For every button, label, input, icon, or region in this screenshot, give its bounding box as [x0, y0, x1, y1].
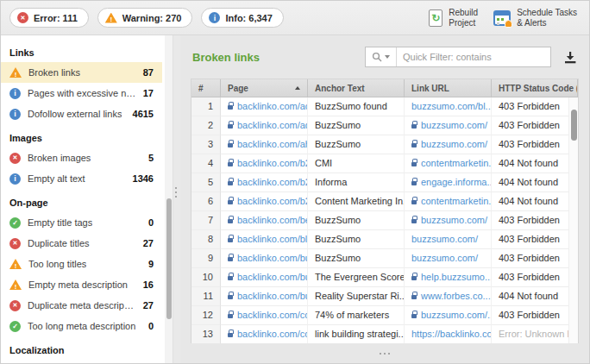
sidebar-item[interactable]: Empty title tags 0	[1, 212, 162, 233]
page-url-cell[interactable]: backlinko.com/b2b...	[221, 154, 308, 173]
row-number-cell: 5	[191, 173, 221, 192]
column-header[interactable]: Page	[221, 79, 308, 97]
table-row[interactable]: 9 backlinko.com/buz... BuzzSumo buzzsumo…	[191, 249, 578, 268]
http-status-cell: 403 Forbidden	[492, 230, 578, 249]
sidebar-item[interactable]: Broken links 87	[1, 62, 162, 83]
table-scrollbar-thumb[interactable]	[571, 110, 577, 141]
table-row[interactable]: 6 backlinko.com/b2b... Content Marketing…	[191, 192, 578, 211]
page-url-cell[interactable]: backlinko.com/bes...	[221, 211, 308, 230]
row-number-cell: 13	[191, 325, 221, 343]
http-status-cell: 404 Not found	[492, 287, 578, 306]
table-row[interactable]: 13 backlinko.com/con... link building st…	[191, 325, 578, 343]
rebuild-project-icon	[429, 9, 442, 27]
page-url-cell[interactable]: backlinko.com/ahr...	[221, 135, 308, 154]
sidebar-item[interactable]: Broken images 5	[1, 147, 162, 168]
anchor-text-cell: BuzzSumo	[308, 116, 405, 135]
issues-sidebar: Links Broken links 87 Pages with excessi…	[1, 35, 173, 363]
table-row[interactable]: 7 backlinko.com/bes... BuzzSumo buzzsumo…	[191, 211, 578, 230]
sidebar-scrollbar-thumb[interactable]	[166, 198, 172, 319]
table-body: 1 backlinko.com/acti... BuzzSumo found b…	[191, 97, 578, 343]
page-url-cell[interactable]: backlinko.com/adv...	[221, 116, 308, 135]
sidebar-item-count: 27	[143, 238, 154, 248]
error-count-badge[interactable]: Error: 111	[9, 8, 89, 28]
warning-count-badge[interactable]: Warning: 270	[97, 8, 193, 28]
sidebar-scrollbar[interactable]	[165, 35, 173, 363]
sidebar-item[interactable]: Too long meta description 0	[1, 316, 162, 336]
table-row[interactable]: 1 backlinko.com/acti... BuzzSumo found b…	[191, 97, 578, 116]
table-row[interactable]: 5 backlinko.com/b2b... Informa engage.in…	[191, 173, 578, 192]
page-url-cell[interactable]: backlinko.com/buz...	[221, 249, 308, 268]
anchor-text-cell: Informa	[308, 173, 405, 192]
table-row[interactable]: 10 backlinko.com/buz... The Evergreen Sc…	[191, 268, 578, 287]
sidebar-group: Images Broken images 5 Empty alt text 13…	[1, 124, 162, 189]
column-header[interactable]: #	[191, 79, 221, 97]
lock-icon	[411, 200, 417, 204]
rebuild-project-button[interactable]: Rebuild Project	[429, 8, 478, 28]
link-url-cell[interactable]: contentmarketin...	[405, 192, 492, 211]
sidebar-group: Localization Language Versions 0	[1, 336, 162, 364]
http-status-cell: Error: Unknown host	[492, 325, 578, 343]
page-url-cell[interactable]: backlinko.com/acti...	[221, 97, 308, 116]
sidebar-item[interactable]: Language Versions 0	[1, 360, 162, 364]
table-scrollbar[interactable]	[568, 97, 578, 343]
link-url-cell[interactable]: help.buzzsumo....	[405, 268, 492, 287]
http-status-cell: 403 Forbidden	[492, 116, 578, 135]
column-header[interactable]: Link URL	[405, 79, 492, 97]
http-status-cell: 404 Not found	[492, 173, 578, 192]
error-badge-label: Error: 111	[34, 13, 78, 23]
lock-icon	[228, 181, 233, 185]
quick-filter	[365, 47, 551, 67]
link-url-cell[interactable]: buzzsumo.com/	[405, 116, 492, 135]
lock-icon	[228, 333, 233, 337]
sidebar-item[interactable]: Dofollow external links 4615	[1, 104, 162, 124]
lock-icon	[228, 143, 233, 147]
sidebar-item-label: Empty title tags	[28, 217, 92, 228]
link-url-cell[interactable]: buzzsumo.com/	[405, 135, 492, 154]
link-url-cell[interactable]: buzzsumo.com/	[405, 211, 492, 230]
sidebar-item[interactable]: Pages with excessive number of l... 17	[1, 83, 162, 104]
page-url-cell[interactable]: backlinko.com/buz...	[221, 268, 308, 287]
page-url-cell[interactable]: backlinko.com/con...	[221, 325, 308, 343]
export-button[interactable]	[563, 51, 577, 64]
column-header-label: Anchor Text	[315, 84, 365, 93]
link-url-cell[interactable]: https://backlinko.co...	[405, 325, 492, 343]
table-row[interactable]: 8 backlinko.com/blo... BuzzSumo buzzsumo…	[191, 230, 578, 249]
splitter-handle-icon	[175, 187, 177, 198]
sidebar-item[interactable]: Too long titles 9	[1, 254, 162, 274]
resize-handle-icon[interactable]	[380, 353, 390, 355]
page-url-cell[interactable]: backlinko.com/blo...	[221, 230, 308, 249]
link-url-cell[interactable]: buzzsumo.com/	[405, 249, 492, 268]
sidebar-item[interactable]: Duplicate meta descriptions 27	[1, 295, 162, 316]
panel-splitter[interactable]	[173, 35, 180, 363]
anchor-text-cell: The Evergreen Score	[308, 268, 405, 287]
link-url-cell[interactable]: buzzsumo.com/	[405, 230, 492, 249]
sidebar-item[interactable]: Empty alt text 1346	[1, 168, 162, 189]
link-url-cell[interactable]: engage.informa...	[405, 173, 492, 192]
table-row[interactable]: 2 backlinko.com/adv... BuzzSumo buzzsumo…	[191, 116, 578, 135]
page-url-cell[interactable]: backlinko.com/b2b...	[221, 192, 308, 211]
filter-mode-dropdown[interactable]	[366, 47, 397, 66]
table-row[interactable]: 11 backlinko.com/buz... Reality Supersta…	[191, 287, 578, 306]
page-url-cell[interactable]: backlinko.com/con...	[221, 306, 308, 325]
table-row[interactable]: 12 backlinko.com/con... 74% of marketers…	[191, 306, 578, 325]
info-count-badge[interactable]: Info: 6,347	[201, 8, 283, 28]
sidebar-item-count: 0	[148, 217, 154, 228]
row-number-cell: 8	[191, 230, 221, 249]
link-url-cell[interactable]: buzzsumo.com/bl...	[405, 97, 492, 116]
sidebar-item[interactable]: Duplicate titles 27	[1, 233, 162, 254]
link-url-cell[interactable]: contentmarketin...	[405, 154, 492, 173]
table-row[interactable]: 4 backlinko.com/b2b... CMI contentmarket…	[191, 154, 578, 173]
table-row[interactable]: 3 backlinko.com/ahr... BuzzSumo buzzsumo…	[191, 135, 578, 154]
column-header[interactable]: Anchor Text	[308, 79, 405, 97]
sidebar-item[interactable]: Empty meta description 16	[1, 274, 162, 295]
link-url-cell[interactable]: buzzsumo.com/...	[405, 306, 492, 325]
page-url-cell[interactable]: backlinko.com/b2b...	[221, 173, 308, 192]
schedule-tasks-button[interactable]: Schedule Tasks & Alerts	[493, 8, 577, 28]
page-title: Broken links	[192, 51, 260, 64]
column-header[interactable]: HTTP Status Code (link ...	[492, 79, 578, 97]
link-url-cell[interactable]: www.forbes.co...	[405, 287, 492, 306]
quick-filter-input[interactable]	[397, 47, 550, 66]
sidebar-item-label: Too long meta description	[28, 321, 135, 331]
page-url-cell[interactable]: backlinko.com/buz...	[221, 287, 308, 306]
sidebar-item-label: Pages with excessive number of l...	[28, 88, 136, 98]
